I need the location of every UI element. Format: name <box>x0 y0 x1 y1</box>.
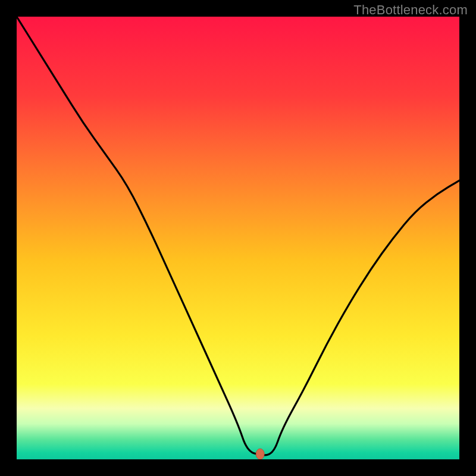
chart-frame: TheBottleneck.com <box>0 0 476 476</box>
optimum-marker <box>256 449 264 459</box>
watermark-text: TheBottleneck.com <box>353 2 468 18</box>
plot-area <box>17 17 459 459</box>
bottleneck-plot-svg <box>17 17 459 459</box>
